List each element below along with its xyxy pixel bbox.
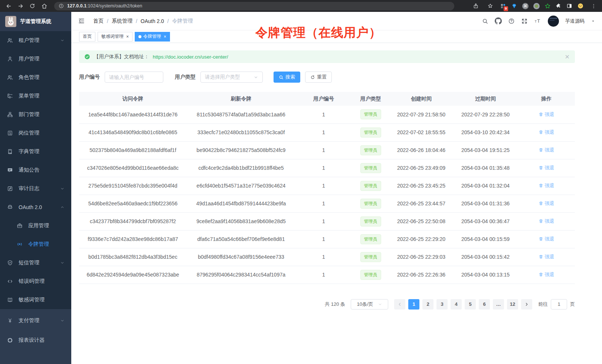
fullscreen-icon[interactable] bbox=[521, 18, 528, 24]
sidebar-item-user[interactable]: 用户管理 bbox=[0, 50, 71, 68]
sidebar-item-dict[interactable]: 字典管理 bbox=[0, 142, 71, 161]
breadcrumb-item[interactable]: 系统管理 bbox=[112, 18, 132, 24]
sidebar-item-oauth2-app[interactable]: 应用管理 bbox=[0, 216, 71, 235]
tab-close-icon[interactable]: × bbox=[126, 34, 129, 39]
user-type-cell: 管理员 bbox=[352, 248, 389, 266]
sidebar-collapse-icon[interactable] bbox=[78, 17, 85, 24]
trash-icon bbox=[539, 112, 543, 117]
user-menu-caret-icon[interactable] bbox=[591, 19, 595, 23]
user-type-tag: 管理员 bbox=[360, 216, 381, 226]
prev-page-button[interactable] bbox=[394, 299, 405, 310]
reload-button[interactable] bbox=[27, 1, 37, 11]
reset-button[interactable]: 重置 bbox=[305, 72, 332, 83]
extension-record-icon[interactable] bbox=[533, 3, 540, 9]
sidebar-item-notice[interactable]: 通知公告 bbox=[0, 161, 71, 179]
force-logout-button[interactable]: 强退 bbox=[539, 182, 554, 189]
alert-close-icon[interactable]: ✕ bbox=[565, 53, 570, 60]
force-logout-button[interactable]: 强退 bbox=[539, 254, 554, 260]
created-cell: 2022-06-26 18:04:46 bbox=[389, 141, 453, 159]
force-logout-button[interactable]: 强退 bbox=[539, 236, 554, 242]
extension-grid-icon[interactable]: 9 bbox=[500, 3, 506, 9]
tab-close-icon[interactable]: × bbox=[164, 34, 166, 39]
force-logout-button[interactable]: 强退 bbox=[539, 271, 554, 278]
sidebar-item-menu[interactable]: 菜单管理 bbox=[0, 87, 71, 105]
url-bar[interactable]: 127.0.0.1:1024/system/oauth2/token bbox=[54, 2, 454, 10]
alert-doc-link[interactable]: https://doc.iocoder.cn/user-center/ bbox=[153, 54, 228, 60]
user-type-tag: 管理员 bbox=[360, 199, 381, 209]
force-logout-button[interactable]: 强退 bbox=[539, 200, 554, 207]
user-type-select[interactable]: 请选择用户类型 bbox=[200, 72, 263, 83]
sidebar-toggle-button[interactable] bbox=[566, 3, 572, 9]
back-button[interactable] bbox=[4, 1, 13, 11]
sidebar-item-audit-log[interactable]: 审计日志 bbox=[0, 179, 71, 198]
page-button-2[interactable]: 2 bbox=[422, 299, 433, 310]
help-icon[interactable] bbox=[508, 18, 515, 24]
breadcrumb-item[interactable]: 首页 bbox=[93, 18, 104, 24]
sidebar-item-oauth2-token[interactable]: A令牌管理 bbox=[0, 235, 71, 254]
extension-gem-icon[interactable] bbox=[511, 3, 517, 9]
table-row: b0d1785bc3a8482f812db4a3f3bd15ecb0df4980… bbox=[79, 248, 575, 266]
next-page-button[interactable] bbox=[521, 299, 532, 310]
force-logout-button[interactable]: 强退 bbox=[539, 218, 554, 225]
more-pages-button[interactable]: … bbox=[493, 299, 504, 310]
breadcrumb-item[interactable]: OAuth 2.0 bbox=[141, 18, 164, 24]
profile-emoji-avatar[interactable] bbox=[577, 3, 584, 9]
extension-star-icon[interactable] bbox=[544, 3, 551, 9]
tab-敏感词管理[interactable]: 敏感词管理× bbox=[98, 32, 132, 42]
page-button-3[interactable]: 3 bbox=[436, 299, 448, 310]
force-logout-button[interactable]: 强退 bbox=[539, 165, 554, 171]
extension-cmd-icon[interactable]: ⌘ bbox=[522, 3, 529, 9]
force-logout-button[interactable]: 强退 bbox=[539, 111, 554, 118]
site-info-icon[interactable] bbox=[59, 3, 64, 9]
sidebar-item-error-code[interactable]: 错误码管理 bbox=[0, 272, 71, 291]
browser-menu-button[interactable] bbox=[589, 1, 598, 11]
sidebar-item-post[interactable]: 岗位管理 bbox=[0, 124, 71, 142]
page-button-12[interactable]: 12 bbox=[507, 299, 518, 310]
sidebar-item-sensitive-word[interactable]: 敏感词管理 bbox=[0, 291, 71, 309]
force-logout-label: 强退 bbox=[545, 236, 554, 242]
force-logout-button[interactable]: 强退 bbox=[539, 147, 554, 153]
page-size-select[interactable]: 10条/页 bbox=[351, 299, 388, 310]
sidebar-item-tenant[interactable]: 租户管理 bbox=[0, 31, 71, 50]
extensions-puzzle-button[interactable] bbox=[556, 3, 562, 9]
expires-cell: 2022-07-29 22:28:50 bbox=[453, 106, 518, 123]
user-type-tag: 管理员 bbox=[360, 234, 381, 244]
user-type-label: 用户类型 bbox=[175, 74, 196, 80]
user-avatar[interactable] bbox=[548, 16, 559, 27]
forward-button[interactable] bbox=[16, 1, 25, 11]
home-button[interactable] bbox=[39, 1, 49, 11]
user-name[interactable]: 芋道源码 bbox=[565, 18, 585, 24]
app-logo[interactable]: 芋道管理系统 bbox=[0, 12, 71, 31]
bookmark-star-button[interactable] bbox=[485, 1, 495, 11]
user-type-cell: 管理员 bbox=[352, 123, 389, 141]
share-button[interactable] bbox=[471, 1, 481, 11]
sidebar-item-dept[interactable]: 部门管理 bbox=[0, 105, 71, 124]
sidebar-item-sms[interactable]: 短信管理 bbox=[0, 254, 71, 272]
sidebar-item-pay[interactable]: 支付管理 bbox=[0, 311, 71, 330]
force-logout-button[interactable]: 强退 bbox=[539, 129, 554, 136]
user-id-input[interactable] bbox=[105, 72, 163, 83]
tab-label: 首页 bbox=[83, 33, 92, 40]
page-button-6[interactable]: 6 bbox=[479, 299, 490, 310]
font-size-icon[interactable]: TT bbox=[534, 17, 542, 25]
force-logout-label: 强退 bbox=[545, 182, 554, 189]
goto-page-input[interactable] bbox=[551, 299, 567, 310]
open-book-icon bbox=[7, 297, 13, 303]
tab-令牌管理[interactable]: 令牌管理× bbox=[135, 32, 170, 42]
github-icon[interactable] bbox=[495, 17, 502, 24]
sidebar-item-role[interactable]: 角色管理 bbox=[0, 68, 71, 87]
refresh-cell: be90422b8c7946218275a508bf524fc9 bbox=[187, 141, 295, 159]
table-row: 502375b8040a469a9b82188afdf6af1fbe90422b… bbox=[79, 141, 575, 159]
sidebar-item-report-designer[interactable]: 报表设计器 bbox=[0, 330, 71, 350]
search-button[interactable]: 搜索 bbox=[274, 72, 300, 83]
page-button-5[interactable]: 5 bbox=[465, 299, 476, 310]
page-button-1[interactable]: 1 bbox=[408, 299, 419, 310]
sidebar-item-oauth2[interactable]: OAuth 2.0 bbox=[0, 198, 71, 216]
trash-icon bbox=[539, 130, 543, 135]
tab-首页[interactable]: 首页 bbox=[79, 32, 95, 42]
access-cell: f9336e7c7dd242a283ee98dc86b17a87 bbox=[79, 230, 187, 248]
refresh-cell: dfa6c71a50a54c66bef706ef9e6e8d81 bbox=[187, 230, 295, 248]
breadcrumb-separator: / bbox=[167, 18, 169, 24]
page-button-4[interactable]: 4 bbox=[451, 299, 462, 310]
search-icon[interactable] bbox=[482, 18, 488, 24]
